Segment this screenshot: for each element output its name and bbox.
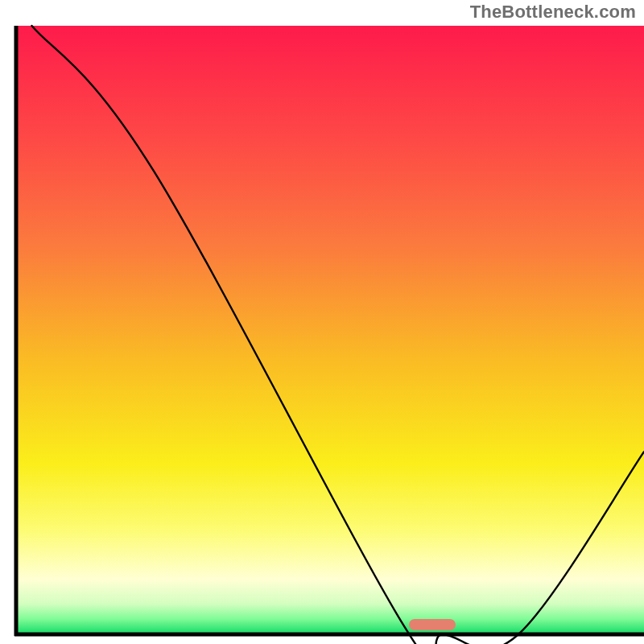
plot-gradient: [16, 26, 644, 634]
chart-wrap: TheBottleneck.com: [0, 0, 644, 644]
optimal-range-marker: [409, 619, 456, 630]
bottleneck-curve-chart: [0, 0, 644, 644]
watermark-text: TheBottleneck.com: [470, 2, 636, 23]
